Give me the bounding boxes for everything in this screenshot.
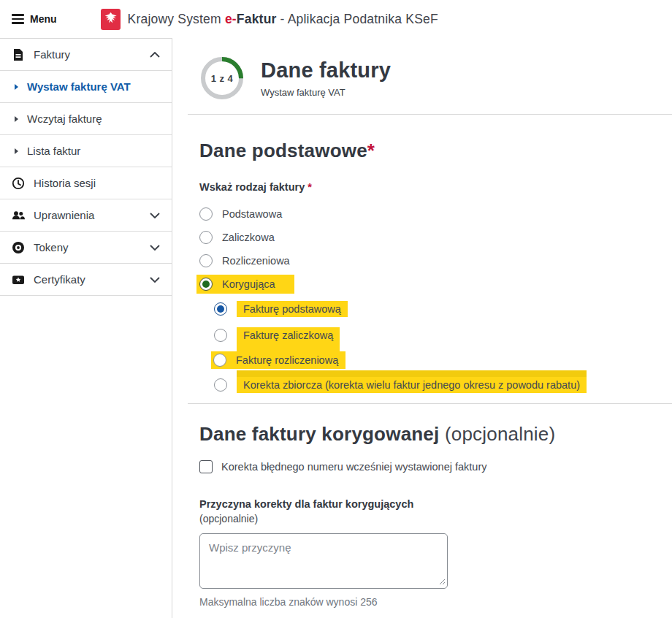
menu-button[interactable]: Menu (12, 13, 57, 25)
sidebar-item-label: Uprawnienia (34, 209, 141, 221)
section-title-dane-podstawowe: Dane podstawowe* (199, 140, 672, 162)
radio-icon[interactable] (214, 329, 227, 342)
radio-icon[interactable] (199, 254, 213, 267)
section-title-dane-faktury-korygowanej: Dane faktury korygowanej (opcjonalnie) (199, 423, 672, 446)
radio-option-podstawowa[interactable]: Podstawowa (199, 207, 672, 221)
radio-option-korygujaca[interactable]: Korygująca (199, 278, 672, 291)
radio-option-korekta-zbiorcza[interactable]: Korekta zbiorcza (korekta wielu faktur j… (214, 377, 672, 393)
radio-group-label: Wskaż rodzaj faktury * (199, 181, 672, 193)
page-subtitle: Wystaw fakturę VAT (261, 87, 391, 98)
highlight-marker: Korygująca (196, 275, 294, 294)
sidebar-item-label: Lista faktur (27, 145, 160, 157)
radio-icon-selected[interactable] (214, 302, 227, 316)
sidebar-item-historia-sesji[interactable]: Historia sesji (0, 167, 172, 199)
radio-option-fakture-podstawowa[interactable]: Fakturę podstawową (214, 301, 672, 317)
radio-icon[interactable] (213, 354, 226, 367)
sidebar-item-lista-faktur[interactable]: Lista faktur (0, 135, 172, 167)
menu-label: Menu (30, 13, 57, 25)
radio-icon[interactable] (214, 378, 227, 392)
eagle-icon (103, 11, 118, 28)
section-title-optional: (opcjonalnie) (439, 423, 555, 445)
sidebar-item-certyfikaty[interactable]: Certyfikaty (0, 264, 172, 296)
app-header: Menu Krajowy System e-Faktur - Aplikacja… (0, 0, 672, 38)
step-header: 1 z 4 Dane faktury Wystaw fakturę VAT (199, 56, 672, 101)
app-title-accent-red: e- (225, 12, 237, 26)
sidebar-item-label: Certyfikaty (34, 273, 141, 286)
radio-label: Fakturę zaliczkową (237, 327, 340, 343)
radio-group-label-text: Wskaż rodzaj faktury (199, 181, 305, 193)
sidebar-item-label: Faktury (34, 48, 141, 61)
token-icon (12, 241, 25, 254)
radio-icon-selected[interactable] (199, 278, 213, 291)
sidebar-item-faktury[interactable]: Faktury (0, 39, 172, 71)
radio-option-fakture-zaliczkowa[interactable]: Fakturę zaliczkową (214, 327, 672, 343)
people-icon (12, 209, 25, 222)
sidebar-item-tokeny[interactable]: Tokeny (0, 232, 172, 264)
step-counter: 1 z 4 (199, 56, 245, 101)
main-content: 1 z 4 Dane faktury Wystaw fakturę VAT Da… (173, 38, 672, 618)
radio-option-fakture-rozliczeniowa[interactable]: Fakturę rozliczeniową (214, 354, 672, 367)
wrong-number-checkbox-row[interactable]: Korekta błędnego numeru wcześniej wystaw… (199, 460, 672, 473)
page-title: Dane faktury (261, 58, 391, 83)
reason-optional-label: (opcjonalnie) (199, 513, 672, 524)
correction-reason-textarea[interactable] (199, 533, 448, 589)
app-title-part2: - Aplikacja Podatnika KSeF (277, 12, 438, 26)
radio-icon[interactable] (199, 231, 213, 244)
reason-label: Przyczyna korekty dla faktur korygującyc… (199, 498, 672, 510)
radio-label: Zaliczkowa (222, 232, 275, 243)
radio-icon[interactable] (199, 207, 213, 221)
triangle-bullet-icon (15, 148, 18, 154)
highlight-marker: Fakturę rozliczeniową (211, 351, 345, 369)
section-title-text: Dane podstawowe (199, 140, 367, 161)
radio-option-rozliczeniowa[interactable]: Rozliczeniowa (199, 254, 672, 267)
required-asterisk: * (367, 140, 375, 161)
app-title-part1: Krajowy System (128, 12, 225, 26)
clock-icon (12, 177, 25, 190)
checkbox-label: Korekta błędnego numeru wcześniej wystaw… (221, 461, 487, 473)
triangle-bullet-icon (15, 116, 18, 122)
sidebar-item-label: Wczytaj fakturę (27, 112, 160, 125)
certificate-icon (12, 273, 25, 286)
section-divider (188, 114, 672, 115)
chevron-down-icon (150, 213, 160, 218)
app-title: Krajowy System e-Faktur - Aplikacja Poda… (128, 12, 438, 27)
chevron-up-icon (150, 52, 160, 58)
step-progress-ring: 1 z 4 (199, 56, 245, 101)
radio-label: Korygująca (222, 278, 275, 290)
sidebar-item-label: Wystaw fakturę VAT (27, 80, 160, 93)
required-asterisk: * (308, 181, 312, 193)
chevron-down-icon (150, 277, 160, 283)
app-title-accent-dark: Faktur (237, 12, 277, 26)
triangle-bullet-icon (15, 84, 18, 90)
section-divider (188, 403, 672, 404)
radio-option-zaliczkowa[interactable]: Zaliczkowa (199, 231, 672, 244)
sidebar-item-wczytaj-fakture[interactable]: Wczytaj fakturę (0, 103, 172, 135)
invoice-icon (12, 48, 25, 61)
sidebar-item-uprawnienia[interactable]: Uprawnienia (0, 199, 172, 232)
radio-label: Korekta zbiorcza (korekta wielu faktur j… (237, 377, 587, 393)
section-title-text: Dane faktury korygowanej (199, 423, 439, 445)
radio-label: Podstawowa (222, 208, 282, 220)
reason-helper-text: Maksymalna liczba znaków wynosi 256 (199, 596, 672, 608)
radio-label: Fakturę rozliczeniową (236, 354, 338, 366)
sidebar-item-label: Historia sesji (34, 177, 160, 189)
checkbox-icon[interactable] (199, 460, 213, 473)
radio-label: Rozliczeniowa (222, 255, 290, 267)
sidebar-nav: Faktury Wystaw fakturę VAT Wczytaj faktu… (0, 38, 172, 618)
sidebar-item-label: Tokeny (34, 241, 141, 253)
chevron-down-icon (150, 245, 160, 251)
polish-eagle-logo (101, 9, 121, 30)
sidebar-item-wystaw-fakture-vat[interactable]: Wystaw fakturę VAT (0, 71, 172, 103)
radio-label: Fakturę podstawową (237, 301, 348, 317)
hamburger-icon (12, 14, 24, 23)
